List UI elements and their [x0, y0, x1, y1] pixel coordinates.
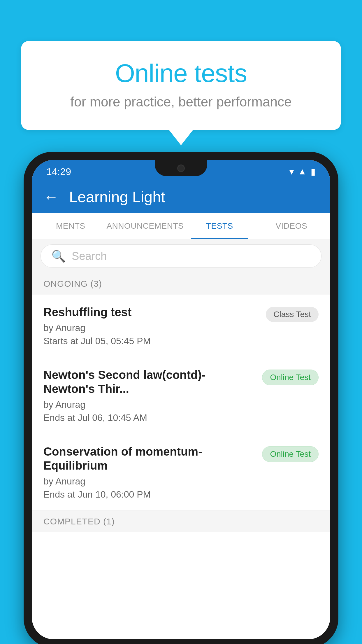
phone-notch	[155, 160, 207, 176]
test-author-3: by Anurag	[43, 476, 255, 487]
test-author-1: by Anurag	[43, 323, 259, 333]
test-list: Reshuffling test by Anurag Starts at Jul…	[32, 295, 330, 511]
tab-tests[interactable]: TESTS	[184, 213, 255, 239]
tab-videos[interactable]: VIDEOS	[256, 213, 327, 239]
test-item-1[interactable]: Reshuffling test by Anurag Starts at Jul…	[32, 295, 330, 357]
test-badge-1: Class Test	[266, 307, 319, 322]
phone-outer: 14:29 ▾ ▲ ▮ ← Learning Light MENTS ANNOU…	[24, 152, 338, 644]
tabs-bar: MENTS ANNOUNCEMENTS TESTS VIDEOS	[32, 213, 330, 239]
wifi-icon: ▾	[289, 167, 294, 177]
test-name-2: Newton's Second law(contd)-Newton's Thir…	[43, 368, 255, 396]
battery-icon: ▮	[311, 167, 316, 177]
test-date-2: Ends at Jul 06, 10:45 AM	[43, 412, 255, 423]
phone-screen: 14:29 ▾ ▲ ▮ ← Learning Light MENTS ANNOU…	[32, 160, 330, 639]
app-title: Learning Light	[69, 188, 165, 206]
search-container: 🔍 Search	[32, 239, 330, 273]
speech-bubble-container: Online tests for more practice, better p…	[21, 41, 341, 130]
phone-mockup: 14:29 ▾ ▲ ▮ ← Learning Light MENTS ANNOU…	[24, 152, 338, 644]
status-time: 14:29	[46, 166, 71, 177]
search-placeholder: Search	[72, 250, 107, 262]
test-author-2: by Anurag	[43, 399, 255, 410]
test-info-3: Conservation of momentum-Equilibrium by …	[43, 444, 262, 500]
test-badge-2: Online Test	[262, 370, 319, 385]
test-date-1: Starts at Jul 05, 05:45 PM	[43, 336, 259, 346]
test-date-3: Ends at Jun 10, 06:00 PM	[43, 489, 255, 500]
bubble-subtitle: for more practice, better performance	[44, 94, 318, 110]
test-item-3[interactable]: Conservation of momentum-Equilibrium by …	[32, 434, 330, 511]
app-header: ← Learning Light	[32, 181, 330, 213]
signal-icon: ▲	[298, 167, 307, 176]
search-bar[interactable]: 🔍 Search	[41, 244, 321, 268]
back-button[interactable]: ←	[43, 188, 59, 206]
completed-label: COMPLETED (1)	[43, 517, 115, 526]
test-name-3: Conservation of momentum-Equilibrium	[43, 444, 255, 473]
completed-section-header: COMPLETED (1)	[32, 511, 330, 532]
tab-announcements[interactable]: ANNOUNCEMENTS	[106, 213, 184, 239]
bubble-title: Online tests	[44, 58, 318, 88]
tab-ments[interactable]: MENTS	[35, 213, 106, 239]
test-name-1: Reshuffling test	[43, 305, 259, 319]
ongoing-section-header: ONGOING (3)	[32, 273, 330, 295]
camera-icon	[177, 164, 185, 172]
speech-bubble: Online tests for more practice, better p…	[21, 41, 341, 130]
test-info-1: Reshuffling test by Anurag Starts at Jul…	[43, 305, 266, 346]
test-item-2[interactable]: Newton's Second law(contd)-Newton's Thir…	[32, 357, 330, 434]
test-info-2: Newton's Second law(contd)-Newton's Thir…	[43, 368, 262, 423]
ongoing-label: ONGOING (3)	[43, 279, 102, 288]
search-icon: 🔍	[51, 249, 66, 263]
test-badge-3: Online Test	[262, 446, 319, 462]
status-icons: ▾ ▲ ▮	[289, 167, 316, 177]
